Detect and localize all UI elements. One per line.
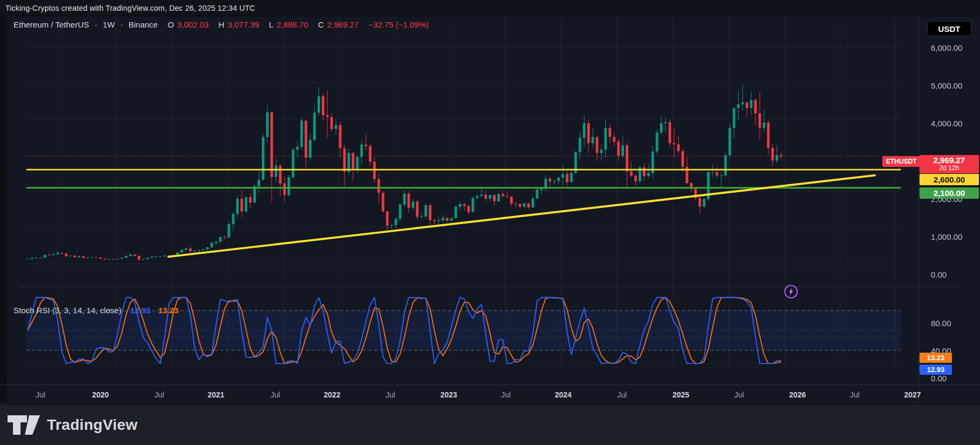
time-tick-label: 2027 <box>904 388 921 402</box>
exchange-label[interactable]: Binance <box>129 20 158 29</box>
attribution-text: Ticking-Cryptos created with TradingView… <box>5 4 255 12</box>
change-value: −32.75 (−1.09%) <box>368 20 429 29</box>
time-tick-label: 2022 <box>323 388 340 402</box>
time-tick-label: 2025 <box>672 388 689 402</box>
close-letter: C <box>318 20 324 29</box>
time-tick-label: Jul <box>271 388 280 402</box>
time-tick-label: Jul <box>734 388 744 402</box>
time-tick-label: Jul <box>617 388 627 402</box>
time-tick-label: 2023 <box>440 388 457 402</box>
indicator-tick-label: 0.00 <box>931 374 947 383</box>
indicator-title[interactable]: Stoch RSI (3, 3, 14, 14, close) <box>13 306 121 315</box>
price-tick-label: 5,000.00 <box>931 81 962 90</box>
price-tick-label: 6,000.00 <box>931 43 962 52</box>
footer-bar: TradingView <box>0 404 980 445</box>
price-scale-border <box>918 16 919 402</box>
high-value: 3,077.39 <box>227 20 259 29</box>
last-price-value: 2,969.27 <box>920 156 979 165</box>
time-scale-border <box>0 385 980 385</box>
time-tick-label: Jul <box>501 388 511 402</box>
time-tick-label: Jul <box>850 388 860 402</box>
currency-toggle-button[interactable]: USDT <box>927 21 971 36</box>
stoch-k-value: 12.93 <box>130 306 151 315</box>
symbol-name[interactable]: Ethereum / TetherUS <box>13 20 89 29</box>
low-value: 2,888.70 <box>276 20 308 29</box>
legend-separator: · <box>120 20 123 29</box>
legend-separator: · <box>94 20 97 29</box>
drawings <box>26 156 901 257</box>
time-tick-label: 2024 <box>555 388 571 402</box>
time-tick-label: 2026 <box>789 388 806 402</box>
attribution-bar: Ticking-Cryptos created with TradingView… <box>0 0 980 16</box>
time-tick-label: Jul <box>386 388 395 402</box>
price-tick-label: 0.00 <box>931 270 947 279</box>
price-tick-label: 1,000.00 <box>931 232 962 241</box>
chart-canvas[interactable] <box>0 16 980 404</box>
low-letter: L <box>269 20 273 29</box>
tradingview-logo-icon <box>8 415 41 435</box>
close-value: 2,969.27 <box>327 20 359 29</box>
open-value: 3,002.03 <box>177 20 208 29</box>
stoch-k-badge: 12.93 <box>920 365 952 375</box>
time-tick-label: 2021 <box>207 388 224 402</box>
stoch-d-badge: 13.23 <box>920 353 952 363</box>
high-letter: H <box>219 20 225 29</box>
level-badge-2600: 2,600.00 <box>920 174 979 185</box>
open-letter: O <box>167 20 174 29</box>
stoch-band <box>26 311 901 350</box>
stoch-d-value: 13.23 <box>158 306 179 315</box>
symbol-price-tag: ETHUSDT <box>882 156 921 167</box>
indicator-tick-label: 80.00 <box>931 319 951 328</box>
symbol-legend[interactable]: Ethereum / TetherUS · 1W · Binance O3,00… <box>13 20 432 29</box>
boost-lightning-icon[interactable] <box>783 284 799 299</box>
interval-label[interactable]: 1W <box>103 20 115 29</box>
time-tick-label: Jul <box>154 388 164 402</box>
price-tick-label: 4,000.00 <box>931 119 962 128</box>
indicator-legend[interactable]: Stoch RSI (3, 3, 14, 14, close) 12.93 13… <box>13 306 179 315</box>
last-price-badge: 2,969.27 2d 12h <box>920 155 979 173</box>
bar-countdown: 2d 12h <box>920 165 979 172</box>
time-tick-label: 2020 <box>92 388 109 402</box>
time-tick-label: Jul <box>36 388 45 402</box>
tradingview-chart-window: Ticking-Cryptos created with TradingView… <box>0 0 980 445</box>
tradingview-logo[interactable]: TradingView <box>8 415 138 435</box>
tradingview-logo-text: TradingView <box>47 416 138 434</box>
level-badge-2100: 2,100.00 <box>920 187 979 199</box>
candlestick-series <box>26 84 782 261</box>
